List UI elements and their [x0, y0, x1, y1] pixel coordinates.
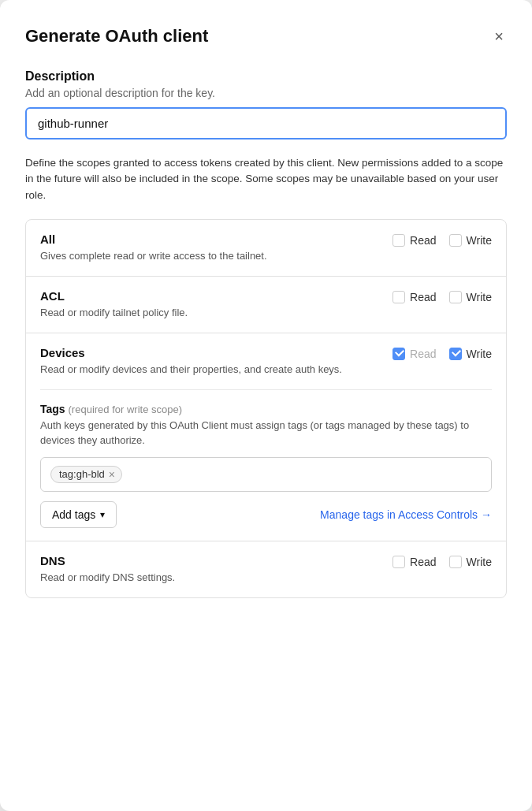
scope-devices-name: Devices: [40, 346, 377, 359]
scope-dns-checkboxes: Read Write: [392, 556, 492, 568]
scope-acl-desc: Read or modify tailnet policy file.: [40, 306, 377, 320]
scope-all-write-label[interactable]: Write: [467, 234, 492, 247]
scope-all-read-checkbox[interactable]: [392, 234, 405, 247]
manage-tags-link[interactable]: Manage tags in Access Controls →: [320, 508, 492, 521]
scope-all-read-group: Read: [392, 234, 436, 247]
tags-actions: Add tags ▾ Manage tags in Access Control…: [40, 501, 492, 528]
scope-devices-desc: Read or modify devices and their propert…: [40, 363, 377, 377]
tags-required-note: (required for write scope): [69, 404, 183, 415]
scopes-table: All Gives complete read or write access …: [25, 219, 507, 598]
scope-all-name: All: [40, 233, 377, 246]
scope-row-acl-header: ACL Read or modify tailnet policy file. …: [40, 289, 492, 320]
scope-dns-name: DNS: [40, 554, 377, 567]
scope-row-dns: DNS Read or modify DNS settings. Read Wr…: [26, 541, 506, 597]
scope-acl-write-checkbox[interactable]: [449, 291, 462, 303]
scope-all-write-checkbox[interactable]: [449, 234, 462, 247]
scope-devices-read-checkbox[interactable]: [392, 348, 405, 360]
scope-all-desc: Gives complete read or write access to t…: [40, 249, 377, 263]
add-tags-button[interactable]: Add tags ▾: [40, 501, 117, 528]
scope-acl-read-checkbox[interactable]: [392, 291, 405, 303]
scope-dns-read-label[interactable]: Read: [410, 556, 436, 568]
scope-row-acl: ACL Read or modify tailnet policy file. …: [26, 277, 506, 333]
scope-devices-read-label[interactable]: Read: [410, 348, 436, 360]
description-label: Description: [25, 69, 507, 84]
scopes-info-text: Define the scopes granted to access toke…: [25, 155, 507, 203]
close-button[interactable]: ×: [491, 25, 507, 47]
modal-title: Generate OAuth client: [25, 26, 208, 47]
scope-all-write-group: Write: [449, 234, 492, 247]
scope-row-dns-header: DNS Read or modify DNS settings. Read Wr…: [40, 554, 492, 585]
tags-label: Tags (required for write scope): [40, 403, 492, 415]
description-section: Description Add an optional description …: [25, 69, 507, 155]
generate-oauth-modal: Generate OAuth client × Description Add …: [0, 0, 532, 811]
scope-acl-read-group: Read: [392, 291, 436, 303]
scope-all-info: All Gives complete read or write access …: [40, 233, 377, 263]
scope-devices-write-group: Write: [449, 348, 492, 360]
scope-acl-name: ACL: [40, 289, 377, 303]
scope-dns-read-group: Read: [392, 556, 436, 568]
scope-devices-read-group: Read: [392, 348, 436, 360]
tags-label-text: Tags: [40, 403, 65, 415]
scope-devices-write-checkbox[interactable]: [449, 348, 462, 360]
scope-devices-write-label[interactable]: Write: [467, 348, 492, 360]
scope-devices-info: Devices Read or modify devices and their…: [40, 346, 377, 377]
scope-row-devices: Devices Read or modify devices and their…: [26, 333, 506, 541]
scope-dns-write-label[interactable]: Write: [467, 556, 492, 568]
description-sublabel: Add an optional description for the key.: [25, 87, 507, 99]
modal-header: Generate OAuth client ×: [25, 25, 507, 47]
scope-devices-checkboxes: Read Write: [392, 348, 492, 360]
scope-acl-write-group: Write: [449, 291, 492, 303]
chevron-down-icon: ▾: [100, 509, 105, 520]
tag-chip: tag:gh-bld ×: [50, 466, 122, 483]
tag-remove-button[interactable]: ×: [109, 469, 115, 480]
scope-dns-info: DNS Read or modify DNS settings.: [40, 554, 377, 585]
scope-row-devices-header: Devices Read or modify devices and their…: [40, 346, 492, 377]
scope-dns-write-checkbox[interactable]: [449, 556, 462, 568]
close-icon: ×: [494, 28, 504, 44]
scope-all-read-label[interactable]: Read: [410, 234, 436, 247]
scope-row-all: All Gives complete read or write access …: [26, 220, 506, 277]
scope-acl-checkboxes: Read Write: [392, 291, 492, 303]
scope-dns-desc: Read or modify DNS settings.: [40, 571, 377, 585]
tag-chip-value: tag:gh-bld: [59, 468, 105, 480]
tags-subsection: Tags (required for write scope) Auth key…: [40, 389, 492, 527]
scope-all-checkboxes: Read Write: [392, 234, 492, 247]
scope-acl-read-label[interactable]: Read: [410, 291, 436, 303]
scope-dns-write-group: Write: [449, 556, 492, 568]
add-tags-label: Add tags: [52, 508, 95, 521]
tags-desc: Auth keys generated by this OAuth Client…: [40, 419, 492, 447]
scope-acl-write-label[interactable]: Write: [467, 291, 492, 303]
scope-dns-read-checkbox[interactable]: [392, 556, 405, 568]
tags-input-box[interactable]: tag:gh-bld ×: [40, 457, 492, 492]
scope-row-all-header: All Gives complete read or write access …: [40, 233, 492, 263]
description-input[interactable]: [25, 107, 507, 140]
scope-acl-info: ACL Read or modify tailnet policy file.: [40, 289, 377, 320]
